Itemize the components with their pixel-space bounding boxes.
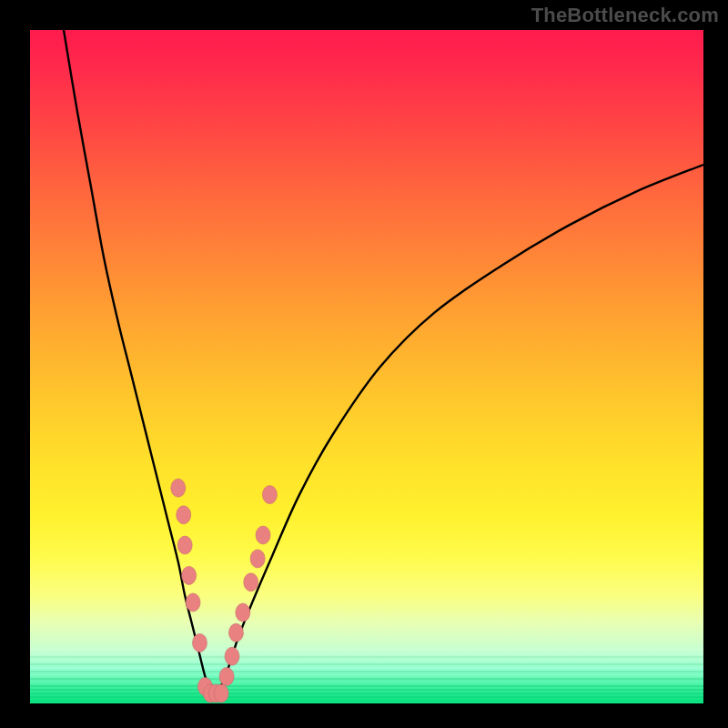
highlight-markers (171, 479, 278, 703)
marker-point (228, 623, 243, 642)
marker-point (214, 684, 228, 703)
watermark-label: TheBottleneck.com (531, 4, 719, 27)
marker-point (171, 479, 186, 497)
marker-point (192, 633, 207, 652)
marker-point (186, 593, 200, 612)
marker-point (262, 486, 277, 504)
chart-frame: TheBottleneck.com (0, 0, 728, 728)
marker-point (244, 573, 258, 592)
marker-point (219, 667, 234, 685)
bottleneck-curve (64, 30, 703, 697)
curve-layer (30, 30, 703, 703)
marker-point (236, 603, 250, 622)
marker-point (256, 526, 270, 544)
marker-point (225, 647, 239, 665)
marker-point (250, 550, 265, 568)
plot-area (30, 30, 703, 703)
marker-point (177, 536, 192, 554)
marker-point (182, 566, 197, 584)
marker-point (177, 506, 191, 524)
